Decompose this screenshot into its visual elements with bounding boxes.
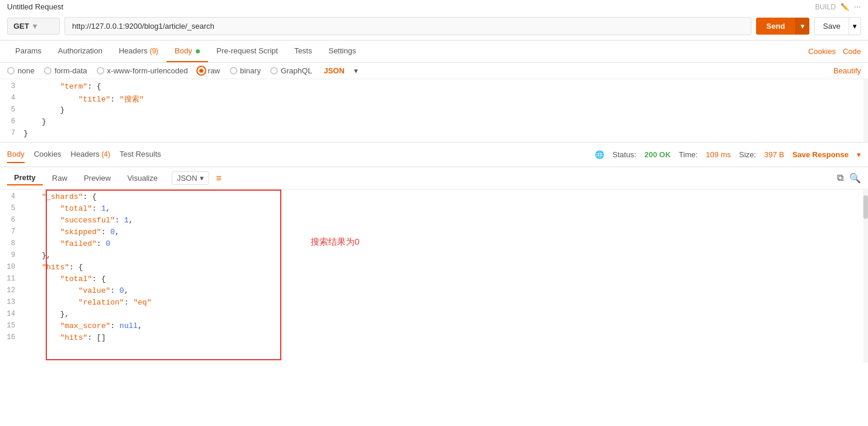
status-value: 200 OK: [645, 150, 671, 159]
tab-settings[interactable]: Settings: [320, 40, 364, 62]
resp-tab-body[interactable]: Body: [7, 146, 25, 163]
resp-json-select[interactable]: JSON ▾: [172, 171, 209, 185]
resp-tab-cookies[interactable]: Cookies: [34, 146, 62, 163]
edit-icon[interactable]: ✏️: [840, 3, 849, 11]
time-value: 109 ms: [706, 150, 731, 159]
tab-params[interactable]: Params: [7, 40, 50, 62]
resp-fmt-visualize[interactable]: Visualize: [120, 171, 165, 185]
response-format-bar: Pretty Raw Preview Visualize JSON ▾ ≡ ⧉ …: [0, 167, 868, 190]
tab-headers[interactable]: Headers (9): [111, 40, 166, 62]
resp-headers-badge: (4): [101, 150, 110, 158]
headers-badge: (9): [149, 47, 158, 55]
format-raw-label: raw: [208, 66, 220, 75]
radio-binary-icon: [230, 67, 237, 75]
code-scrollbar[interactable]: [863, 79, 868, 142]
resp-scrollbar-thumb: [863, 195, 868, 219]
code-line-6: 6 }: [0, 117, 868, 129]
code-line-5: 5 }: [0, 105, 868, 117]
size-label: Size:: [739, 150, 756, 159]
resp-code-line-16: 16 "hits": []: [0, 333, 868, 344]
resp-code-line-10: 10 "hits": {: [0, 262, 868, 274]
window-title: Untitled Request: [7, 2, 63, 11]
build-label: BUILD: [815, 3, 836, 11]
json-type-badge[interactable]: JSON: [324, 66, 344, 75]
json-dropdown-icon[interactable]: ▾: [354, 66, 358, 75]
globe-icon: 🌐: [595, 150, 604, 159]
save-button-group: Save ▾: [814, 17, 861, 35]
response-code-editor[interactable]: 4 "_shards": { 5 "total": 1, 6 "successf…: [0, 190, 868, 363]
annotation-text: 搜索结果为0: [311, 236, 359, 248]
method-value: GET: [13, 22, 29, 31]
format-graphql[interactable]: GraphQL: [270, 66, 312, 75]
format-binary-label: binary: [240, 66, 261, 75]
resp-code-line-9: 9 },: [0, 251, 868, 262]
save-response-button[interactable]: Save Response: [792, 150, 849, 159]
format-none[interactable]: none: [7, 66, 35, 75]
code-line-4: 4 "title": "搜索": [0, 93, 868, 105]
send-button-group: Send ▾: [756, 18, 810, 35]
url-bar-row: GET ▾ Send ▾ Save ▾: [0, 12, 868, 40]
size-value: 397 B: [764, 150, 784, 159]
code-line-7: 7 }: [0, 129, 868, 140]
title-bar: Untitled Request BUILD ✏️ ⋯: [0, 0, 868, 12]
radio-raw-icon: [198, 67, 205, 75]
format-urlencoded-label: x-www-form-urlencoded: [107, 66, 188, 75]
filter-icon[interactable]: ≡: [216, 173, 222, 184]
resp-code-line-12: 12 "value": 0,: [0, 286, 868, 297]
save-dropdown-button[interactable]: ▾: [849, 17, 861, 35]
resp-tab-headers[interactable]: Headers (4): [71, 146, 110, 163]
cookies-link[interactable]: Cookies: [808, 47, 836, 56]
beautify-button[interactable]: Beautify: [833, 66, 861, 75]
code-link[interactable]: Code: [843, 47, 861, 56]
format-form-data-label: form-data: [55, 66, 87, 75]
radio-none-icon: [7, 67, 15, 75]
tab-tests[interactable]: Tests: [286, 40, 320, 62]
save-response-dropdown-icon[interactable]: ▾: [857, 150, 861, 159]
code-line-3: 3 "term": {: [0, 82, 868, 93]
body-format-bar: none form-data x-www-form-urlencoded raw…: [0, 63, 868, 79]
method-select[interactable]: GET ▾: [7, 18, 60, 35]
right-actions: Cookies Code: [808, 47, 861, 56]
format-binary[interactable]: binary: [230, 66, 261, 75]
resp-code-line-15: 15 "max_score": null,: [0, 321, 868, 333]
resp-code-line-6: 6 "successful": 1,: [0, 215, 868, 227]
response-tabs: Body Cookies Headers (4) Test Results 🌐 …: [0, 143, 868, 167]
response-status-bar: 🌐 Status: 200 OK Time: 109 ms Size: 397 …: [595, 150, 861, 159]
resp-scrollbar[interactable]: [863, 190, 868, 363]
format-urlencoded[interactable]: x-www-form-urlencoded: [97, 66, 188, 75]
resp-code-line-13: 13 "relation": "eq": [0, 297, 868, 309]
time-label: Time:: [679, 150, 697, 159]
resp-json-chevron-icon: ▾: [200, 174, 204, 182]
resp-code-line-4: 4 "_shards": {: [0, 192, 868, 204]
status-label: Status:: [612, 150, 636, 159]
resp-fmt-raw[interactable]: Raw: [45, 171, 74, 185]
search-icon[interactable]: 🔍: [849, 173, 861, 184]
tab-body[interactable]: Body: [166, 40, 208, 62]
response-right-icons: ⧉ 🔍: [837, 173, 861, 184]
tab-prerequest[interactable]: Pre-request Script: [208, 40, 286, 62]
method-chevron-icon: ▾: [33, 22, 37, 31]
send-dropdown-button[interactable]: ▾: [795, 18, 809, 35]
resp-fmt-preview[interactable]: Preview: [77, 171, 118, 185]
radio-graphql-icon: [270, 67, 278, 75]
send-button[interactable]: Send: [756, 18, 796, 35]
format-raw[interactable]: raw: [198, 66, 220, 75]
format-graphql-label: GraphQL: [281, 66, 312, 75]
tab-authorization[interactable]: Authorization: [50, 40, 111, 62]
resp-fmt-pretty[interactable]: Pretty: [7, 171, 43, 185]
resp-code-line-14: 14 },: [0, 309, 868, 321]
radio-urlencoded-icon: [97, 67, 104, 75]
url-input[interactable]: [64, 17, 751, 35]
more-icon[interactable]: ⋯: [854, 3, 861, 11]
radio-form-data-icon: [44, 67, 52, 75]
resp-code-line-5: 5 "total": 1,: [0, 204, 868, 215]
request-tabs: Params Authorization Headers (9) Body Pr…: [0, 40, 868, 63]
format-form-data[interactable]: form-data: [44, 66, 87, 75]
save-button[interactable]: Save: [814, 17, 849, 35]
format-none-label: none: [18, 66, 35, 75]
resp-json-label: JSON: [177, 174, 198, 182]
resp-code-line-7: 7 "skipped": 0,: [0, 227, 868, 239]
resp-tab-test-results[interactable]: Test Results: [120, 146, 161, 163]
copy-icon[interactable]: ⧉: [837, 173, 843, 184]
request-code-editor[interactable]: 3 "term": { 4 "title": "搜索" 5 } 6 } 7 }: [0, 79, 868, 143]
